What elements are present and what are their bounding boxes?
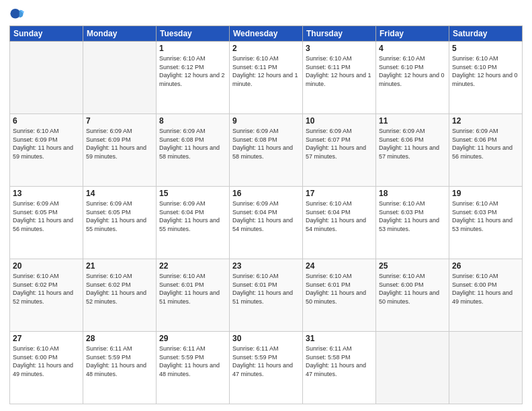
- day-number: 25: [379, 261, 446, 271]
- day-number: 11: [379, 116, 446, 126]
- day-info: Sunrise: 6:09 AMSunset: 6:07 PMDaylight:…: [306, 127, 373, 161]
- calendar-day-cell: 28Sunrise: 6:11 AMSunset: 5:59 PMDayligh…: [83, 332, 157, 404]
- day-number: 9: [232, 116, 300, 126]
- calendar-day-cell: [449, 332, 523, 404]
- day-info: Sunrise: 6:09 AMSunset: 6:05 PMDaylight:…: [86, 199, 153, 233]
- day-info: Sunrise: 6:09 AMSunset: 6:09 PMDaylight:…: [86, 127, 153, 161]
- calendar-day-cell: 25Sunrise: 6:10 AMSunset: 6:00 PMDayligh…: [376, 259, 449, 332]
- calendar-week-row: 20Sunrise: 6:10 AMSunset: 6:02 PMDayligh…: [10, 259, 523, 332]
- day-info: Sunrise: 6:10 AMSunset: 6:01 PMDaylight:…: [306, 272, 373, 306]
- day-number: 19: [452, 189, 519, 198]
- day-number: 8: [159, 116, 226, 126]
- day-info: Sunrise: 6:10 AMSunset: 6:01 PMDaylight:…: [232, 272, 300, 306]
- day-info: Sunrise: 6:11 AMSunset: 5:59 PMDaylight:…: [232, 345, 300, 378]
- day-info: Sunrise: 6:09 AMSunset: 6:04 PMDaylight:…: [159, 199, 226, 233]
- day-info: Sunrise: 6:10 AMSunset: 6:02 PMDaylight:…: [86, 272, 153, 306]
- calendar-day-cell: 2Sunrise: 6:10 AMSunset: 6:11 PMDaylight…: [230, 42, 303, 114]
- day-number: 29: [159, 334, 226, 343]
- day-info: Sunrise: 6:10 AMSunset: 6:03 PMDaylight:…: [379, 199, 446, 233]
- day-info: Sunrise: 6:10 AMSunset: 6:00 PMDaylight:…: [379, 272, 446, 306]
- day-info: Sunrise: 6:10 AMSunset: 6:04 PMDaylight:…: [306, 199, 373, 233]
- day-number: 30: [232, 334, 300, 343]
- day-number: 3: [306, 44, 373, 53]
- calendar-week-row: 13Sunrise: 6:09 AMSunset: 6:05 PMDayligh…: [10, 187, 523, 259]
- svg-point-0: [10, 9, 20, 19]
- calendar-day-cell: 17Sunrise: 6:10 AMSunset: 6:04 PMDayligh…: [303, 187, 376, 259]
- calendar-day-cell: 4Sunrise: 6:10 AMSunset: 6:10 PMDaylight…: [376, 42, 449, 114]
- day-number: 5: [452, 44, 519, 53]
- day-number: 31: [306, 334, 373, 343]
- calendar-day-cell: [10, 42, 83, 114]
- calendar-header-wednesday: Wednesday: [230, 26, 303, 42]
- calendar-day-cell: 23Sunrise: 6:10 AMSunset: 6:01 PMDayligh…: [230, 259, 303, 332]
- day-info: Sunrise: 6:10 AMSunset: 6:01 PMDaylight:…: [159, 272, 226, 306]
- day-number: 6: [13, 116, 80, 126]
- day-info: Sunrise: 6:09 AMSunset: 6:06 PMDaylight:…: [379, 127, 446, 161]
- day-number: 28: [86, 334, 153, 343]
- day-number: 2: [232, 44, 300, 53]
- calendar-week-row: 6Sunrise: 6:10 AMSunset: 6:09 PMDaylight…: [10, 114, 523, 187]
- day-info: Sunrise: 6:10 AMSunset: 6:09 PMDaylight:…: [13, 127, 80, 161]
- calendar-header-tuesday: Tuesday: [157, 26, 230, 42]
- day-number: 16: [232, 189, 300, 198]
- calendar-header-monday: Monday: [83, 26, 157, 42]
- calendar-day-cell: 22Sunrise: 6:10 AMSunset: 6:01 PMDayligh…: [157, 259, 230, 332]
- logo: [9, 7, 26, 21]
- calendar-header-sunday: Sunday: [10, 26, 83, 42]
- day-info: Sunrise: 6:09 AMSunset: 6:04 PMDaylight:…: [232, 199, 300, 233]
- calendar-day-cell: 7Sunrise: 6:09 AMSunset: 6:09 PMDaylight…: [83, 114, 157, 187]
- calendar-day-cell: 15Sunrise: 6:09 AMSunset: 6:04 PMDayligh…: [157, 187, 230, 259]
- day-number: 24: [306, 261, 373, 271]
- day-number: 14: [86, 189, 153, 198]
- calendar-header-saturday: Saturday: [449, 26, 523, 42]
- day-info: Sunrise: 6:10 AMSunset: 6:10 PMDaylight:…: [379, 54, 446, 88]
- calendar-week-row: 27Sunrise: 6:10 AMSunset: 6:00 PMDayligh…: [10, 332, 523, 404]
- calendar-day-cell: 10Sunrise: 6:09 AMSunset: 6:07 PMDayligh…: [303, 114, 376, 187]
- day-info: Sunrise: 6:10 AMSunset: 6:03 PMDaylight:…: [452, 199, 519, 233]
- day-number: 4: [379, 44, 446, 53]
- day-number: 27: [13, 334, 80, 343]
- day-info: Sunrise: 6:09 AMSunset: 6:05 PMDaylight:…: [13, 199, 80, 233]
- day-number: 15: [159, 189, 226, 198]
- day-number: 23: [232, 261, 300, 271]
- calendar-day-cell: 12Sunrise: 6:09 AMSunset: 6:06 PMDayligh…: [449, 114, 523, 187]
- calendar-day-cell: 20Sunrise: 6:10 AMSunset: 6:02 PMDayligh…: [10, 259, 83, 332]
- day-info: Sunrise: 6:11 AMSunset: 5:58 PMDaylight:…: [306, 345, 373, 378]
- day-number: 21: [86, 261, 153, 271]
- day-number: 10: [306, 116, 373, 126]
- calendar-header-friday: Friday: [376, 26, 449, 42]
- calendar-body: 1Sunrise: 6:10 AMSunset: 6:12 PMDaylight…: [10, 42, 523, 404]
- calendar-week-row: 1Sunrise: 6:10 AMSunset: 6:12 PMDaylight…: [10, 42, 523, 114]
- calendar-day-cell: 8Sunrise: 6:09 AMSunset: 6:08 PMDaylight…: [157, 114, 230, 187]
- calendar-day-cell: 26Sunrise: 6:10 AMSunset: 6:00 PMDayligh…: [449, 259, 523, 332]
- calendar-day-cell: 30Sunrise: 6:11 AMSunset: 5:59 PMDayligh…: [230, 332, 303, 404]
- day-number: 17: [306, 189, 373, 198]
- calendar-day-cell: [83, 42, 157, 114]
- day-info: Sunrise: 6:10 AMSunset: 6:12 PMDaylight:…: [159, 54, 226, 88]
- day-number: 26: [452, 261, 519, 271]
- calendar-day-cell: [376, 332, 449, 404]
- calendar-day-cell: 24Sunrise: 6:10 AMSunset: 6:01 PMDayligh…: [303, 259, 376, 332]
- calendar-day-cell: 16Sunrise: 6:09 AMSunset: 6:04 PMDayligh…: [230, 187, 303, 259]
- logo-icon: [9, 7, 24, 21]
- calendar-day-cell: 29Sunrise: 6:11 AMSunset: 5:59 PMDayligh…: [157, 332, 230, 404]
- day-number: 20: [13, 261, 80, 271]
- page-header: [9, 7, 523, 21]
- day-info: Sunrise: 6:10 AMSunset: 6:11 PMDaylight:…: [232, 54, 300, 88]
- calendar-day-cell: 14Sunrise: 6:09 AMSunset: 6:05 PMDayligh…: [83, 187, 157, 259]
- calendar-day-cell: 5Sunrise: 6:10 AMSunset: 6:10 PMDaylight…: [449, 42, 523, 114]
- day-info: Sunrise: 6:10 AMSunset: 6:10 PMDaylight:…: [452, 54, 519, 88]
- calendar-day-cell: 9Sunrise: 6:09 AMSunset: 6:08 PMDaylight…: [230, 114, 303, 187]
- day-info: Sunrise: 6:10 AMSunset: 6:11 PMDaylight:…: [306, 54, 373, 88]
- calendar-day-cell: 6Sunrise: 6:10 AMSunset: 6:09 PMDaylight…: [10, 114, 83, 187]
- calendar-day-cell: 21Sunrise: 6:10 AMSunset: 6:02 PMDayligh…: [83, 259, 157, 332]
- calendar-header-row: SundayMondayTuesdayWednesdayThursdayFrid…: [10, 26, 523, 42]
- day-number: 7: [86, 116, 153, 126]
- calendar-day-cell: 27Sunrise: 6:10 AMSunset: 6:00 PMDayligh…: [10, 332, 83, 404]
- calendar-day-cell: 1Sunrise: 6:10 AMSunset: 6:12 PMDaylight…: [157, 42, 230, 114]
- calendar-header-thursday: Thursday: [303, 26, 376, 42]
- day-info: Sunrise: 6:11 AMSunset: 5:59 PMDaylight:…: [86, 345, 153, 378]
- calendar-day-cell: 3Sunrise: 6:10 AMSunset: 6:11 PMDaylight…: [303, 42, 376, 114]
- day-info: Sunrise: 6:09 AMSunset: 6:08 PMDaylight:…: [159, 127, 226, 161]
- day-info: Sunrise: 6:10 AMSunset: 6:02 PMDaylight:…: [13, 272, 80, 306]
